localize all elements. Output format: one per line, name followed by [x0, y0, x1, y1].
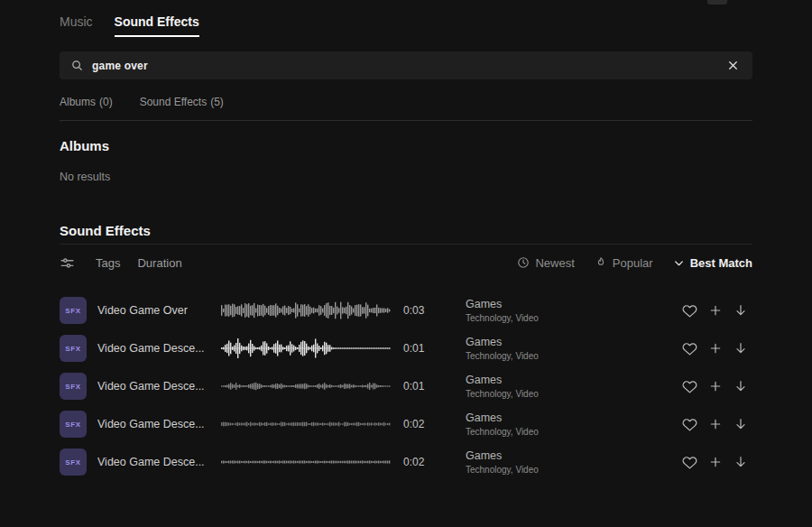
- plus-icon: [708, 303, 723, 318]
- heart-icon: [682, 379, 697, 394]
- tab-sound-effects[interactable]: Sound Effects: [115, 14, 199, 37]
- filters-icon[interactable]: [60, 255, 75, 271]
- divider: [60, 244, 752, 245]
- sfx-row: SFX Video Game Desce... 0:01 Games Techn…: [60, 367, 752, 405]
- secondary-tag-links[interactable]: Technology, Video: [466, 389, 601, 399]
- result-tab-count: (0): [99, 96, 113, 108]
- favorite-button[interactable]: [680, 377, 699, 396]
- add-to-project-button[interactable]: [706, 339, 724, 357]
- primary-tag-link[interactable]: Games: [466, 374, 601, 386]
- row-actions: [680, 301, 750, 320]
- heart-icon: [682, 341, 697, 356]
- favorite-button[interactable]: [680, 339, 699, 358]
- sfx-badge[interactable]: SFX: [60, 297, 87, 324]
- sfx-title[interactable]: Video Game Desce...: [97, 456, 221, 468]
- filter-tags-button[interactable]: Tags: [96, 256, 120, 270]
- result-tab-albums[interactable]: Albums (0): [60, 96, 113, 108]
- search-icon: [70, 59, 84, 72]
- download-button[interactable]: [732, 301, 750, 319]
- tag-column: Games Technology, Video: [466, 336, 601, 361]
- download-button[interactable]: [732, 415, 750, 433]
- download-button[interactable]: [732, 339, 750, 357]
- tag-column: Games Technology, Video: [466, 411, 601, 437]
- duration-label: 0:01: [403, 380, 432, 393]
- sfx-title[interactable]: Video Game Desce...: [97, 418, 221, 430]
- duration-label: 0:01: [403, 342, 432, 355]
- sfx-title[interactable]: Video Game Desce...: [97, 380, 221, 393]
- waveform[interactable]: [221, 337, 391, 359]
- sfx-badge[interactable]: SFX: [60, 335, 87, 362]
- plus-icon: [708, 417, 723, 431]
- result-tab-label: Albums: [60, 96, 96, 108]
- sort-label: Popular: [613, 256, 653, 270]
- heart-icon: [682, 455, 697, 470]
- sfx-row: SFX Video Game Desce... 0:02 Games Techn…: [60, 405, 752, 443]
- sfx-title[interactable]: Video Game Desce...: [97, 342, 221, 355]
- sfx-badge[interactable]: SFX: [60, 373, 87, 400]
- row-actions: [680, 453, 750, 472]
- favorite-button[interactable]: [680, 453, 699, 472]
- sort-newest-button[interactable]: Newest: [517, 256, 574, 270]
- no-results-text: No results: [60, 171, 110, 183]
- tag-column: Games Technology, Video: [466, 449, 601, 475]
- add-to-project-button[interactable]: [706, 415, 724, 433]
- albums-heading: Albums: [60, 138, 109, 153]
- waveform[interactable]: [221, 413, 391, 435]
- sfx-badge[interactable]: SFX: [60, 411, 87, 438]
- download-arrow-icon: [734, 303, 748, 318]
- waveform[interactable]: [221, 451, 391, 473]
- plus-icon: [708, 379, 723, 393]
- secondary-tag-links[interactable]: Technology, Video: [466, 465, 601, 475]
- add-to-project-button[interactable]: [706, 301, 724, 319]
- primary-tag-link[interactable]: Games: [466, 336, 601, 348]
- download-arrow-icon: [734, 341, 748, 356]
- library-tabs: Music Sound Effects: [60, 14, 199, 37]
- secondary-tag-links[interactable]: Technology, Video: [466, 313, 601, 323]
- tag-column: Games Technology, Video: [466, 374, 601, 399]
- search-bar[interactable]: game over: [60, 51, 752, 79]
- row-actions: [680, 377, 750, 396]
- filter-duration-button[interactable]: Duration: [137, 256, 181, 270]
- sort-popular-button[interactable]: Popular: [595, 256, 653, 270]
- download-button[interactable]: [732, 377, 750, 395]
- sort-best-match-button[interactable]: Best Match: [673, 256, 752, 270]
- clear-search-button[interactable]: [724, 57, 742, 74]
- download-arrow-icon: [734, 455, 748, 469]
- list-toolbar: Tags Duration Newest Popular: [60, 254, 752, 272]
- waveform[interactable]: [221, 300, 391, 321]
- secondary-tag-links[interactable]: Technology, Video: [466, 427, 601, 437]
- sort-label: Best Match: [690, 256, 752, 270]
- primary-tag-link[interactable]: Games: [466, 298, 601, 310]
- row-actions: [680, 339, 750, 358]
- plus-icon: [708, 341, 723, 356]
- sound-library-screen: Music Sound Effects game over Albums (0)…: [0, 0, 812, 527]
- duration-label: 0:02: [403, 456, 432, 468]
- add-to-project-button[interactable]: [706, 377, 724, 395]
- duration-label: 0:03: [403, 304, 432, 317]
- row-actions: [680, 415, 750, 434]
- sort-options: Newest Popular Best Match: [517, 256, 752, 270]
- sfx-row: SFX Video Game Over 0:03 Games Technolog…: [60, 291, 752, 329]
- result-tab-label: Sound Effects: [140, 96, 208, 108]
- scrollbar-fragment: [707, 0, 727, 5]
- result-tab-sound-effects[interactable]: Sound Effects (5): [140, 96, 224, 108]
- sfx-badge[interactable]: SFX: [60, 448, 87, 476]
- search-input[interactable]: game over: [92, 60, 148, 72]
- primary-tag-link[interactable]: Games: [466, 411, 601, 424]
- tag-column: Games Technology, Video: [466, 298, 601, 323]
- favorite-button[interactable]: [680, 301, 699, 320]
- plus-icon: [708, 455, 723, 469]
- clock-icon: [517, 256, 530, 269]
- tab-music[interactable]: Music: [60, 14, 93, 37]
- download-button[interactable]: [732, 453, 750, 471]
- sfx-title[interactable]: Video Game Over: [97, 304, 221, 317]
- waveform[interactable]: [221, 375, 391, 397]
- sound-effects-heading: Sound Effects: [60, 223, 151, 238]
- add-to-project-button[interactable]: [706, 453, 724, 471]
- result-filter-tabs: Albums (0) Sound Effects (5): [60, 96, 224, 108]
- divider: [60, 120, 752, 121]
- favorite-button[interactable]: [680, 415, 699, 434]
- duration-label: 0:02: [403, 418, 432, 430]
- primary-tag-link[interactable]: Games: [466, 449, 601, 462]
- secondary-tag-links[interactable]: Technology, Video: [466, 351, 601, 361]
